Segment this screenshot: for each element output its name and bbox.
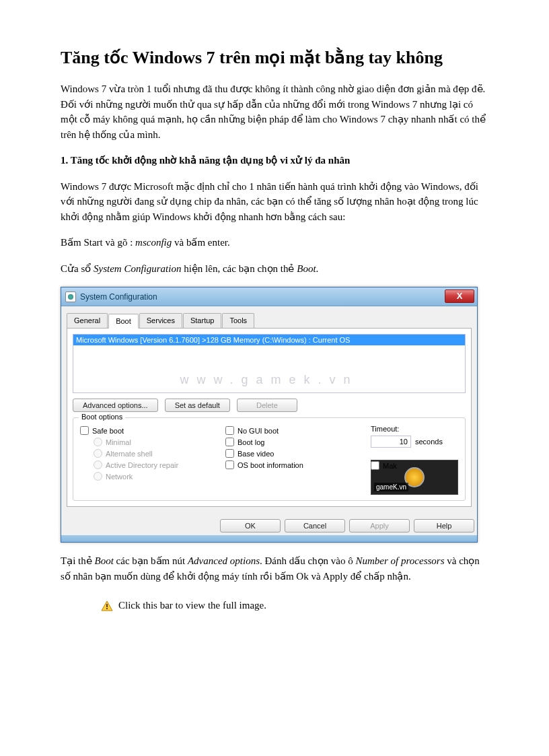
text: . Đánh dấu chọn vào ô xyxy=(260,555,356,566)
timeout-unit: seconds xyxy=(415,438,443,446)
label: Boot log xyxy=(237,438,264,446)
paragraph-3: Bấm Start và gõ : msconfig và bấm enter. xyxy=(61,235,488,250)
text: hiện lên, các bạn chọn thẻ xyxy=(181,263,297,274)
text: . xyxy=(316,263,319,274)
label: OS boot information xyxy=(237,461,303,469)
svg-rect-2 xyxy=(106,608,108,609)
os-listbox[interactable]: Microsoft Windows [Version 6.1.7600] >12… xyxy=(73,334,466,393)
ok-button[interactable]: OK xyxy=(220,519,281,532)
label: Mak xyxy=(383,462,397,470)
italic-boot2: Boot xyxy=(95,555,114,566)
window-titlebar[interactable]: System Configuration X xyxy=(61,287,477,306)
tab-boot[interactable]: Boot xyxy=(108,314,139,329)
click-bar-text: Click this bar to view the full image. xyxy=(118,600,266,611)
no-gui-input[interactable] xyxy=(225,426,234,435)
tabstrip: General Boot Services Startup Tools xyxy=(67,313,472,329)
timeout-input[interactable] xyxy=(371,436,411,448)
make-permanent-input[interactable] xyxy=(371,461,379,470)
italic-numproc: Number of processors xyxy=(356,555,445,566)
intro-paragraph: Windows 7 vừa tròn 1 tuổi nhưng đã thu đ… xyxy=(61,81,488,142)
page-title: Tăng tốc Windows 7 trên mọi mặt bằng tay… xyxy=(61,47,488,68)
base-video-input[interactable] xyxy=(225,449,234,458)
apply-button[interactable]: Apply xyxy=(349,519,410,532)
no-gui-boot-checkbox[interactable]: No GUI boot xyxy=(225,425,352,436)
minimal-radio: Minimal xyxy=(94,436,207,448)
label: Active Directory repair xyxy=(106,461,178,469)
svg-rect-1 xyxy=(106,604,108,607)
paragraph-2: Windows 7 được Microsoft mặc định chỉ ch… xyxy=(61,179,488,225)
warning-icon xyxy=(101,600,113,611)
window-bottom-border xyxy=(61,535,477,542)
make-permanent-checkbox[interactable]: Mak xyxy=(371,460,397,471)
cancel-button[interactable]: Cancel xyxy=(285,519,345,532)
delete-button[interactable]: Delete xyxy=(237,399,297,412)
cmd-msconfig: msconfig xyxy=(135,237,172,248)
paragraph-4: Cửa sổ System Configuration hiện lên, cá… xyxy=(61,261,488,277)
safe-boot-checkbox[interactable]: Safe boot xyxy=(80,425,207,436)
help-button[interactable]: Help xyxy=(414,519,474,532)
badge-text: gameK.vn xyxy=(374,483,408,491)
section-heading-1: 1. Tăng tốc khởi động nhờ khả năng tận d… xyxy=(61,153,488,168)
text: các bạn bấm nút xyxy=(114,555,188,566)
os-boot-info-input[interactable] xyxy=(225,460,234,469)
tab-general[interactable]: General xyxy=(67,313,108,328)
text: Bấm Start và gõ : xyxy=(61,237,135,248)
tab-services[interactable]: Services xyxy=(139,313,182,328)
network-radio: Network xyxy=(94,471,207,482)
tab-startup[interactable]: Startup xyxy=(183,313,221,328)
altshell-input xyxy=(94,449,102,458)
boot-log-checkbox[interactable]: Boot log xyxy=(225,436,352,448)
tab-tools[interactable]: Tools xyxy=(222,313,254,328)
italic-sysconfig: System Configuration xyxy=(94,263,181,274)
label: Minimal xyxy=(106,438,131,446)
text: Cửa sổ xyxy=(61,263,94,274)
italic-advopt: Advanced options xyxy=(188,555,260,566)
close-button[interactable]: X xyxy=(445,289,474,303)
label: No GUI boot xyxy=(237,427,279,435)
advanced-options-button[interactable]: Advanced options... xyxy=(73,399,158,412)
text: Tại thẻ xyxy=(61,555,95,566)
window-icon xyxy=(65,291,76,302)
boot-options-group: Boot options Safe boot Minimal Alternate… xyxy=(73,417,466,501)
group-title: Boot options xyxy=(79,413,125,421)
boot-log-input[interactable] xyxy=(225,438,234,446)
label: Alternate shell xyxy=(106,450,153,458)
label: Safe boot xyxy=(92,427,124,435)
timeout-label: Timeout: xyxy=(371,425,458,433)
tab-content: Microsoft Windows [Version 6.1.7600] >12… xyxy=(67,329,472,507)
dialog-buttons: OK Cancel Apply Help xyxy=(61,512,477,535)
os-boot-info-checkbox[interactable]: OS boot information xyxy=(225,459,352,471)
os-list-item[interactable]: Microsoft Windows [Version 6.1.7600] >12… xyxy=(73,335,465,345)
window-title: System Configuration xyxy=(80,292,157,302)
safe-boot-input[interactable] xyxy=(80,426,89,435)
label: Base video xyxy=(237,450,274,458)
window-body: General Boot Services Startup Tools Micr… xyxy=(61,306,477,512)
altshell-radio: Alternate shell xyxy=(94,448,207,459)
system-configuration-window: System Configuration X General Boot Serv… xyxy=(61,287,478,543)
text: và bấm enter. xyxy=(172,237,229,248)
ad-repair-input xyxy=(94,460,102,469)
ad-repair-radio: Active Directory repair xyxy=(94,459,207,471)
label: Network xyxy=(106,473,133,481)
italic-boot: Boot xyxy=(297,263,316,274)
network-input xyxy=(94,472,102,481)
click-bar[interactable]: Click this bar to view the full image. xyxy=(101,600,488,611)
paragraph-5: Tại thẻ Boot các bạn bấm nút Advanced op… xyxy=(61,553,488,584)
base-video-checkbox[interactable]: Base video xyxy=(225,448,352,459)
set-default-button[interactable]: Set as default xyxy=(165,399,230,412)
minimal-input xyxy=(94,438,102,446)
